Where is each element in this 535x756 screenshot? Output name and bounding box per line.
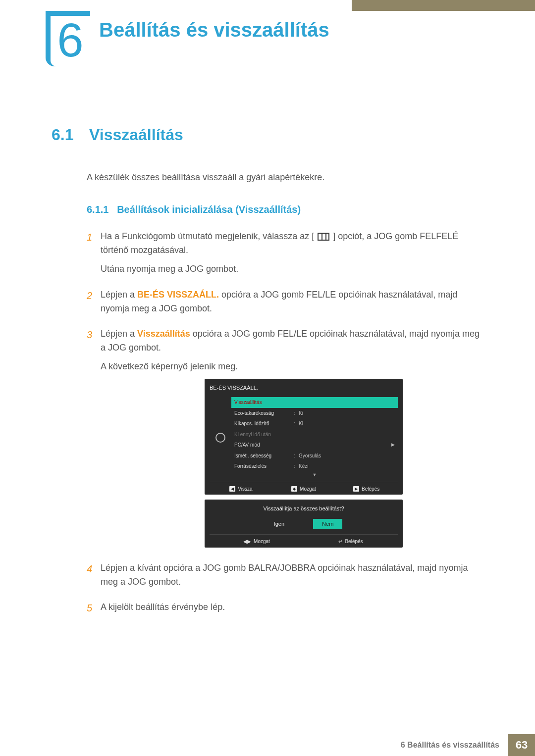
enter-icon: ↵ (338, 538, 342, 546)
osd-row: PC/AV mód ▶ (231, 440, 398, 451)
steps-list: 1 Ha a Funkciógomb útmutató megjelenik, … (87, 230, 483, 626)
osd-row-label: Eco-takarékosság (234, 409, 294, 417)
osd-footer-move: Mozgat (254, 538, 270, 546)
osd-row: Kikapcs. Időzítő : Ki (231, 418, 398, 429)
osd-row-value: Gyorsulás (299, 452, 395, 460)
back-icon: ◀ (229, 486, 235, 492)
move-icon: ◆ (291, 486, 297, 492)
subsection-number: 6.1.1 (87, 204, 108, 215)
step-number: 1 (87, 230, 101, 281)
osd-list: Visszaállítás Eco-takarékosság : Ki Kika… (231, 397, 398, 478)
osd-row-value: Ki (299, 409, 395, 417)
chapter-number: 6 (57, 16, 83, 64)
osd-confirm-no: Nem (313, 519, 342, 529)
osd-category-icon (210, 397, 231, 478)
osd-confirm-yes: Igen (265, 519, 293, 529)
header-accent-bar (352, 0, 535, 11)
osd-row-value: Kézi (299, 462, 395, 470)
step-text: Lépjen a (101, 329, 137, 339)
osd-footer-back: Vissza (238, 485, 252, 493)
osd-row-label: PC/AV mód (234, 441, 294, 449)
chapter-tab: 6 (46, 11, 90, 66)
highlight-term: Visszaállítás (137, 329, 190, 339)
section-intro: A készülék összes beállítása visszaáll a… (87, 172, 324, 183)
osd-footer: ◀Vissza ◆Mozgat ▶Belépés (210, 482, 398, 493)
osd-footer-enter: Belépés (345, 538, 363, 546)
osd-footer-move: Mozgat (300, 485, 316, 493)
osd-title: BE-ÉS VISSZAÁLL. (210, 383, 398, 397)
osd-confirm-question: Visszaállítja az összes beállítást? (210, 504, 398, 513)
osd-menu: BE-ÉS VISSZAÁLL. Visszaállítás Eco-takar… (205, 379, 403, 495)
step-text: Utána nyomja meg a JOG gombot. (101, 262, 483, 276)
section-title: Visszaállítás (89, 126, 183, 144)
step-1: 1 Ha a Funkciógomb útmutató megjelenik, … (87, 230, 483, 281)
step-number: 3 (87, 327, 101, 554)
subsection-title: Beállítások inicializálása (Visszaállítá… (117, 204, 301, 215)
osd-row-label: Ismétl. sebesség (234, 452, 294, 460)
page-footer: 6 Beállítás és visszaállítás 63 (0, 734, 535, 756)
subsection-heading: 6.1.1 Beállítások inicializálása (Vissza… (87, 204, 301, 215)
step-text: Lépjen a kívánt opcióra a JOG gomb BALRA… (101, 561, 483, 589)
step-3: 3 Lépjen a Visszaállítás opcióra a JOG g… (87, 327, 483, 554)
footer-chapter-label: 6 Beállítás és visszaállítás (392, 734, 508, 756)
osd-row-label: Visszaállítás (234, 399, 294, 406)
step-2: 2 Lépjen a BE-ÉS VISSZAÁLL. opcióra a JO… (87, 288, 483, 321)
step-text: A kijelölt beállítás érvénybe lép. (101, 601, 483, 614)
osd-row-label: Forrásészlelés (234, 462, 294, 470)
step-4: 4 Lépjen a kívánt opcióra a JOG gomb BAL… (87, 561, 483, 594)
step-text: Lépjen a (101, 290, 137, 300)
osd-row: Eco-takarékosság : Ki (231, 408, 398, 419)
step-number: 2 (87, 288, 101, 321)
osd-confirm-footer: ◀▶Mozgat ↵Belépés (210, 534, 398, 546)
osd-footer-enter: Belépés (362, 485, 379, 493)
step-number: 4 (87, 561, 101, 594)
osd-row-label: Ki ennyi idő után (234, 431, 294, 439)
section-number: 6.1 (52, 126, 73, 144)
osd-row-value: Ki (299, 420, 395, 428)
osd-row-label: Kikapcs. Időzítő (234, 420, 294, 428)
osd-row-selected: Visszaállítás (231, 397, 398, 408)
caret-right-icon: ▶ (391, 442, 395, 449)
scroll-down-icon: ▼ (231, 472, 398, 479)
step-number: 5 (87, 601, 101, 619)
step-text: A következő képernyő jelenik meg. (101, 360, 483, 374)
osd-screenshot: BE-ÉS VISSZAÁLL. Visszaállítás Eco-takar… (205, 379, 403, 548)
footer-page-number: 63 (508, 734, 535, 756)
osd-confirm-dialog: Visszaállítja az összes beállítást? Igen… (205, 500, 403, 548)
osd-row: Forrásészlelés : Kézi (231, 461, 398, 472)
step-text: Ha a Funkciógomb útmutató megjelenik, vá… (101, 231, 314, 241)
menu-icon (318, 233, 329, 241)
osd-row-disabled: Ki ennyi idő után (231, 429, 398, 440)
osd-row: Ismétl. sebesség : Gyorsulás (231, 451, 398, 461)
highlight-term: BE-ÉS VISSZAÁLL. (137, 290, 219, 300)
enter-icon: ▶ (353, 486, 359, 492)
gear-icon (215, 433, 225, 443)
move-icon: ◀▶ (243, 538, 251, 546)
chapter-title: Beállítás és visszaállítás (99, 19, 329, 41)
step-5: 5 A kijelölt beállítás érvénybe lép. (87, 601, 483, 619)
